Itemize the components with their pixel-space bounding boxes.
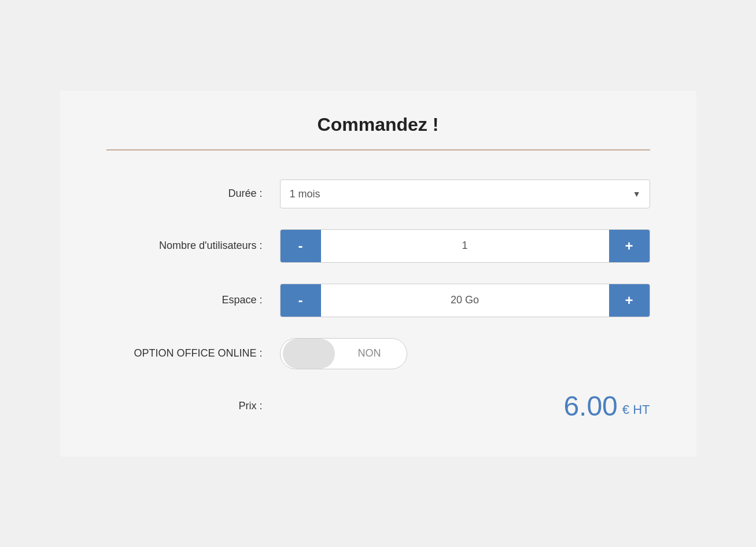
prix-row: Prix : 6.00 € HT xyxy=(106,390,650,422)
utilisateurs-row: Nombre d'utilisateurs : - 1 + xyxy=(106,229,650,263)
duree-label: Durée : xyxy=(106,188,280,200)
duree-control: 1 mois 3 mois 6 mois 12 mois xyxy=(280,179,650,208)
option-office-label: OPTION OFFICE ONLINE : xyxy=(106,347,280,360)
espace-value: 20 Go xyxy=(321,284,609,317)
duree-row: Durée : 1 mois 3 mois 6 mois 12 mois xyxy=(106,179,650,208)
espace-row: Espace : - 20 Go + xyxy=(106,284,650,317)
toggle-thumb xyxy=(283,339,335,369)
utilisateurs-decrement-button[interactable]: - xyxy=(281,230,321,262)
duree-dropdown-wrapper: 1 mois 3 mois 6 mois 12 mois xyxy=(280,179,650,208)
option-office-control: NON xyxy=(280,338,650,369)
espace-stepper: - 20 Go + xyxy=(280,284,650,317)
espace-increment-button[interactable]: + xyxy=(609,284,650,317)
utilisateurs-increment-button[interactable]: + xyxy=(609,230,650,262)
espace-control: - 20 Go + xyxy=(280,284,650,317)
duree-select[interactable]: 1 mois 3 mois 6 mois 12 mois xyxy=(280,179,650,208)
page-title: Commandez ! xyxy=(106,114,650,135)
utilisateurs-value: 1 xyxy=(321,230,609,262)
prix-label: Prix : xyxy=(106,400,280,412)
option-office-toggle[interactable]: NON xyxy=(280,338,407,369)
espace-decrement-button[interactable]: - xyxy=(281,284,321,317)
prix-amount: 6.00 xyxy=(563,390,617,422)
title-divider xyxy=(106,149,650,150)
prix-currency: € HT xyxy=(622,402,650,417)
order-card: Commandez ! Durée : 1 mois 3 mois 6 mois… xyxy=(60,91,696,457)
utilisateurs-control: - 1 + xyxy=(280,229,650,263)
utilisateurs-stepper: - 1 + xyxy=(280,229,650,263)
toggle-state-label: NON xyxy=(337,347,407,359)
espace-label: Espace : xyxy=(106,294,280,306)
prix-value-wrapper: 6.00 € HT xyxy=(280,390,650,422)
option-office-row: OPTION OFFICE ONLINE : NON xyxy=(106,338,650,369)
utilisateurs-label: Nombre d'utilisateurs : xyxy=(106,240,280,252)
